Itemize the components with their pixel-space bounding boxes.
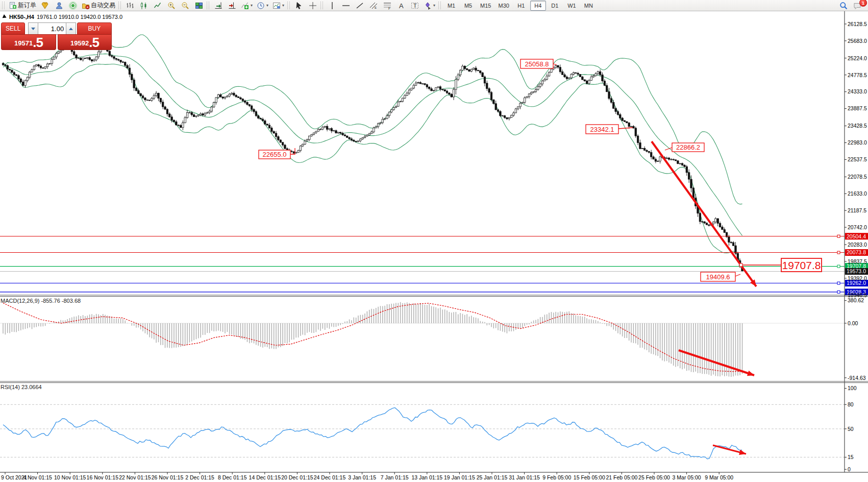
- timeframe-mn-button[interactable]: MN: [581, 1, 597, 11]
- candle: [76, 55, 77, 58]
- candlestick-chart-button[interactable]: [137, 0, 151, 11]
- bar-chart-button[interactable]: [123, 0, 137, 11]
- toolbar-grip[interactable]: [207, 2, 209, 9]
- candle: [575, 73, 577, 73]
- timeframe-w1-button[interactable]: W1: [564, 1, 580, 11]
- doc-plus-icon: [9, 2, 17, 10]
- candle: [173, 120, 175, 122]
- periods-button[interactable]: ▾: [255, 0, 270, 11]
- timeframe-m30-button[interactable]: M30: [495, 1, 512, 11]
- candle: [275, 133, 277, 137]
- svg-text:A: A: [399, 2, 404, 9]
- indicators-button[interactable]: ▾: [239, 0, 255, 11]
- candle: [235, 95, 237, 97]
- candle: [271, 128, 272, 132]
- spinner-up-icon: [69, 28, 73, 30]
- svg-text:22078.5: 22078.5: [848, 174, 867, 180]
- candle: [730, 242, 732, 243]
- sell-price-panel[interactable]: 19571.5: [1, 34, 56, 50]
- channel-button[interactable]: E: [366, 0, 380, 11]
- candle: [668, 158, 669, 159]
- candle: [217, 94, 219, 98]
- candle: [398, 102, 399, 107]
- volume-input[interactable]: [38, 22, 66, 35]
- candle: [189, 112, 190, 113]
- candle: [222, 97, 224, 98]
- sell-button[interactable]: SELL: [1, 22, 25, 35]
- new-order-button[interactable]: 新订单: [7, 0, 38, 11]
- volume-down-button[interactable]: [28, 22, 38, 35]
- candle: [262, 119, 263, 120]
- toolbar-grip[interactable]: [2, 2, 5, 9]
- crosshair-button[interactable]: [306, 0, 319, 11]
- market-watch-button[interactable]: [38, 0, 52, 11]
- buy-button[interactable]: BUY: [77, 22, 112, 35]
- autotrade-button[interactable]: 自动交易: [80, 0, 117, 11]
- notifications-button[interactable]: 1: [850, 0, 864, 11]
- candle: [153, 95, 155, 98]
- date-label: 7 Jan 01:15: [381, 474, 409, 480]
- candle: [91, 60, 92, 61]
- trendline-button[interactable]: [353, 0, 366, 11]
- timeframe-m15-button[interactable]: M15: [477, 1, 494, 11]
- volume-up-button[interactable]: [66, 22, 76, 35]
- hline-button[interactable]: [339, 0, 353, 11]
- candle: [566, 77, 567, 79]
- candle: [326, 126, 328, 129]
- candle: [191, 112, 192, 114]
- timeframe-h1-button[interactable]: H1: [513, 1, 529, 11]
- candle: [95, 57, 97, 60]
- svg-text:22537.5: 22537.5: [848, 156, 867, 162]
- svg-text:24333.0: 24333.0: [848, 88, 867, 94]
- svg-text:22655.0: 22655.0: [263, 151, 287, 158]
- cursor-button[interactable]: [292, 0, 306, 11]
- toolbar-grip[interactable]: [438, 2, 441, 9]
- data-window-button[interactable]: [52, 0, 66, 11]
- svg-text:20742.0: 20742.0: [848, 224, 867, 230]
- price-annotation-19409.6[interactable]: 19409.6: [701, 272, 740, 281]
- timeframe-h4-button[interactable]: H4: [530, 1, 546, 11]
- fibonacci-button[interactable]: F: [380, 0, 394, 11]
- candle: [73, 52, 75, 55]
- candle: [486, 83, 488, 89]
- buy-price-panel[interactable]: 19592.5: [58, 34, 112, 50]
- candle: [182, 123, 184, 127]
- zoom-in-button[interactable]: [164, 0, 178, 11]
- auto-scroll-button[interactable]: [211, 0, 225, 11]
- timeframe-m1-button[interactable]: M1: [443, 1, 459, 11]
- candle: [555, 65, 556, 67]
- svg-text:21633.0: 21633.0: [848, 190, 867, 197]
- timeframe-d1-button[interactable]: D1: [547, 1, 563, 11]
- candle: [251, 106, 253, 109]
- search-button[interactable]: [836, 0, 850, 11]
- label-button[interactable]: T: [408, 0, 421, 11]
- candle: [268, 125, 270, 128]
- vline-button[interactable]: [325, 0, 339, 11]
- candle: [546, 76, 548, 79]
- autotrade-icon: [82, 2, 90, 10]
- chart-shift-button[interactable]: [225, 0, 239, 11]
- text-button[interactable]: A: [394, 0, 408, 11]
- timeframe-m5-button[interactable]: M5: [460, 1, 476, 11]
- navigator-button[interactable]: [66, 0, 80, 11]
- gold-seal-icon: [41, 2, 49, 10]
- toolbar-grip[interactable]: [287, 2, 290, 9]
- candle: [162, 102, 164, 107]
- candle: [557, 65, 559, 67]
- zoom-out-button[interactable]: [178, 0, 192, 11]
- candle: [306, 139, 308, 141]
- shapes-button[interactable]: ▾: [421, 0, 437, 11]
- templates-button[interactable]: ▾: [270, 0, 286, 11]
- candle: [142, 96, 143, 98]
- toolbar-grip[interactable]: [118, 2, 121, 9]
- candle: [155, 93, 157, 95]
- candle: [229, 94, 230, 96]
- price-annotation-25058.8[interactable]: 25058.8: [520, 59, 557, 68]
- svg-text:19837.5: 19837.5: [848, 258, 867, 264]
- candle: [9, 69, 10, 70]
- toolbar-grip[interactable]: [320, 2, 323, 9]
- tile-windows-button[interactable]: [192, 0, 206, 11]
- candle: [368, 134, 370, 135]
- line-chart-button[interactable]: [151, 0, 164, 11]
- candle: [366, 135, 368, 136]
